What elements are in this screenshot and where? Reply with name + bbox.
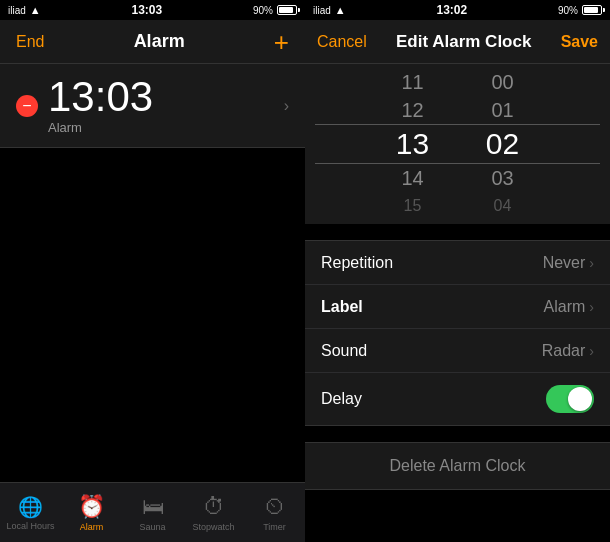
picker-hour-11: 11	[368, 68, 458, 96]
tab-stopwatch-label: Stopwatch	[192, 522, 234, 532]
repetition-row[interactable]: Repetition Never ›	[305, 241, 610, 285]
left-status-left: iliad ▲	[8, 4, 41, 16]
save-button[interactable]: Save	[561, 33, 598, 51]
tab-timer-label: Timer	[263, 522, 286, 532]
left-battery-fill	[279, 7, 293, 13]
alarm-delete-button[interactable]: −	[16, 95, 38, 117]
right-wifi-icon: ▲	[335, 4, 346, 16]
picker-hour-15: 15	[368, 192, 458, 220]
delay-label: Delay	[321, 390, 362, 408]
sound-row[interactable]: Sound Radar ›	[305, 329, 610, 373]
picker-hour-12: 12	[368, 96, 458, 124]
picker-min-03: 03	[458, 164, 548, 192]
right-panel: iliad ▲ 13:02 90% Cancel Edit Alarm Cloc…	[305, 0, 610, 542]
left-wifi-icon: ▲	[30, 4, 41, 16]
delay-toggle[interactable]	[546, 385, 594, 413]
delete-alarm-button[interactable]: Delete Alarm Clock	[305, 443, 610, 489]
left-nav-title: Alarm	[134, 31, 185, 52]
sound-chevron-icon: ›	[589, 343, 594, 359]
picker-columns: 10 11 12 13 14 15 16 59 00 01 02 03 04 0…	[368, 64, 548, 224]
tab-alarm-label: Alarm	[80, 522, 104, 532]
delete-section: Delete Alarm Clock	[305, 442, 610, 490]
tab-local-hours-label: Local Hours	[6, 521, 54, 531]
delay-row[interactable]: Delay	[305, 373, 610, 425]
alarm-info: 13:03 Alarm	[48, 76, 153, 135]
label-label: Label	[321, 298, 363, 316]
right-battery-pct: 90%	[558, 5, 578, 16]
left-alarm-list: − 13:03 Alarm ›	[0, 64, 305, 542]
tab-sauna-label: Sauna	[139, 522, 165, 532]
alarm-item[interactable]: − 13:03 Alarm ›	[0, 64, 305, 148]
settings-section-main: Repetition Never › Label Alarm › Sound R…	[305, 240, 610, 426]
repetition-value: Never ›	[543, 254, 594, 272]
picker-hour-14: 14	[368, 164, 458, 192]
picker-min-01: 01	[458, 96, 548, 124]
alarm-time: 13:03	[48, 76, 153, 118]
left-nav-end-button[interactable]: End	[16, 33, 44, 51]
left-time: 13:03	[131, 3, 162, 17]
tab-timer[interactable]: ⏲ Timer	[250, 494, 300, 532]
delete-alarm-label: Delete Alarm Clock	[389, 457, 525, 475]
picker-hour-13: 13	[368, 124, 458, 164]
alarm-chevron-icon: ›	[284, 97, 289, 115]
tab-local-hours[interactable]: 🌐 Local Hours	[6, 495, 56, 531]
stopwatch-icon: ⏱	[203, 494, 225, 520]
alarm-icon: ⏰	[78, 494, 105, 520]
right-time: 13:02	[436, 3, 467, 17]
right-status-carrier: iliad ▲	[313, 4, 346, 16]
tab-alarm[interactable]: ⏰ Alarm	[67, 494, 117, 532]
left-panel: iliad ▲ 13:03 90% End Alarm + − 13:03 Al…	[0, 0, 305, 542]
tab-stopwatch[interactable]: ⏱ Stopwatch	[189, 494, 239, 532]
repetition-label: Repetition	[321, 254, 393, 272]
right-battery-icon	[582, 5, 602, 15]
right-nav: Cancel Edit Alarm Clock Save	[305, 20, 610, 64]
picker-min-02: 02	[458, 124, 548, 164]
left-status-bar: iliad ▲ 13:03 90%	[0, 0, 305, 20]
bed-icon: 🛏	[142, 494, 164, 520]
right-nav-title: Edit Alarm Clock	[396, 32, 531, 52]
right-status-right: 90%	[558, 5, 602, 16]
left-carrier: iliad	[8, 5, 26, 16]
left-status-right: 90%	[253, 5, 297, 16]
hours-picker-column[interactable]: 10 11 12 13 14 15 16	[368, 64, 458, 224]
globe-icon: 🌐	[18, 495, 43, 519]
label-row[interactable]: Label Alarm ›	[305, 285, 610, 329]
tab-bar: 🌐 Local Hours ⏰ Alarm 🛏 Sauna ⏱ Stopwatc…	[0, 482, 305, 542]
toggle-knob	[568, 387, 592, 411]
tab-sauna[interactable]: 🛏 Sauna	[128, 494, 178, 532]
right-carrier: iliad	[313, 5, 331, 16]
timer-icon: ⏲	[264, 494, 286, 520]
sound-value: Radar ›	[542, 342, 594, 360]
label-value: Alarm ›	[544, 298, 594, 316]
repetition-chevron-icon: ›	[589, 255, 594, 271]
sound-value-text: Radar	[542, 342, 586, 360]
cancel-button[interactable]: Cancel	[317, 33, 367, 51]
settings-list: Repetition Never › Label Alarm › Sound R…	[305, 224, 610, 542]
alarm-label: Alarm	[48, 120, 153, 135]
repetition-value-text: Never	[543, 254, 586, 272]
right-battery-fill	[584, 7, 598, 13]
picker-min-05: 05	[458, 220, 548, 224]
left-battery-pct: 90%	[253, 5, 273, 16]
picker-min-00: 00	[458, 68, 548, 96]
sound-label: Sound	[321, 342, 367, 360]
minutes-picker-column[interactable]: 59 00 01 02 03 04 05	[458, 64, 548, 224]
left-battery-icon	[277, 5, 297, 15]
picker-min-04: 04	[458, 192, 548, 220]
label-value-text: Alarm	[544, 298, 586, 316]
left-nav: End Alarm +	[0, 20, 305, 64]
left-nav-add-button[interactable]: +	[274, 29, 289, 55]
time-picker[interactable]: 10 11 12 13 14 15 16 59 00 01 02 03 04 0…	[305, 64, 610, 224]
alarm-item-left: − 13:03 Alarm	[16, 76, 153, 135]
right-status-bar: iliad ▲ 13:02 90%	[305, 0, 610, 20]
picker-hour-16: 16	[368, 220, 458, 224]
label-chevron-icon: ›	[589, 299, 594, 315]
